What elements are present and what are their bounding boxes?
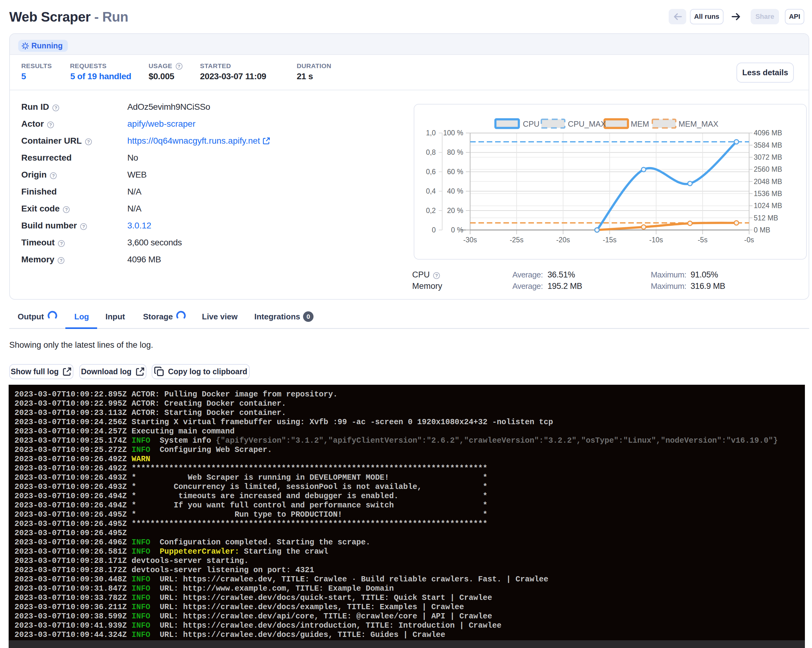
svg-text:0,4: 0,4 xyxy=(426,187,436,195)
svg-text:1536 MB: 1536 MB xyxy=(754,190,782,198)
svg-text:-30s: -30s xyxy=(463,236,477,244)
svg-text:0 %: 0 % xyxy=(451,226,463,234)
svg-text:MEM_MAX: MEM_MAX xyxy=(679,119,718,128)
svg-text:100 %: 100 % xyxy=(443,129,463,137)
svg-text:2048 MB: 2048 MB xyxy=(754,177,782,185)
svg-text:0,6: 0,6 xyxy=(426,168,436,176)
svg-text:60 %: 60 % xyxy=(447,168,463,176)
svg-text:-25s: -25s xyxy=(510,236,524,244)
svg-text:1024 MB: 1024 MB xyxy=(754,201,782,210)
svg-text:0 MB: 0 MB xyxy=(754,226,770,234)
svg-text:-10s: -10s xyxy=(649,236,663,244)
svg-text:-5s: -5s xyxy=(698,236,708,244)
svg-text:0,2: 0,2 xyxy=(426,207,436,215)
svg-text:-20s: -20s xyxy=(556,236,570,244)
svg-text:0,8: 0,8 xyxy=(426,148,436,156)
svg-text:80 %: 80 % xyxy=(447,148,463,156)
svg-text:-15s: -15s xyxy=(603,236,617,244)
svg-text:MEM: MEM xyxy=(631,119,649,128)
svg-text:-0s: -0s xyxy=(744,236,754,244)
svg-text:512 MB: 512 MB xyxy=(754,213,778,222)
svg-text:4096 MB: 4096 MB xyxy=(754,129,782,137)
svg-text:0: 0 xyxy=(432,226,436,234)
svg-text:CPU: CPU xyxy=(523,119,539,128)
svg-text:2560 MB: 2560 MB xyxy=(754,165,782,173)
svg-text:3584 MB: 3584 MB xyxy=(754,141,782,149)
svg-text:3072 MB: 3072 MB xyxy=(754,153,782,161)
svg-text:20 %: 20 % xyxy=(447,207,463,215)
svg-text:1,0: 1,0 xyxy=(426,129,436,137)
svg-text:40 %: 40 % xyxy=(447,187,463,195)
svg-text:CPU_MAX: CPU_MAX xyxy=(568,119,606,128)
